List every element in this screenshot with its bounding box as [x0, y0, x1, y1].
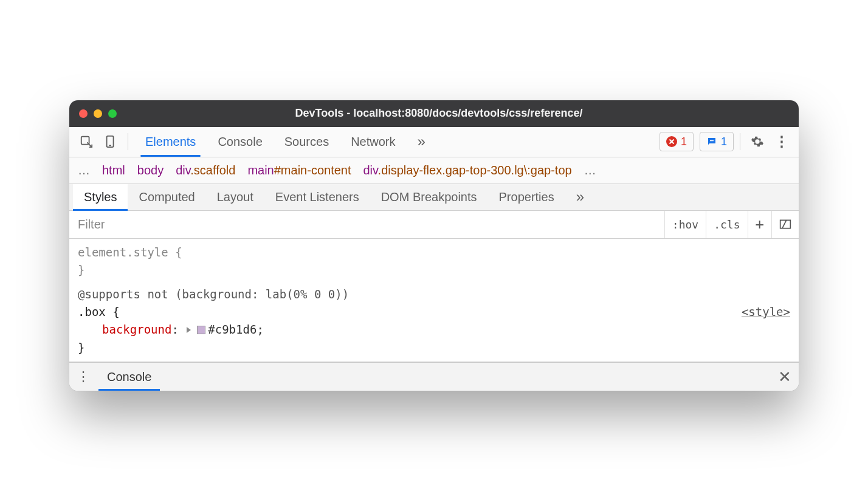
subtabs-overflow-icon[interactable]: »: [565, 184, 595, 210]
subtab-dom-breakpoints[interactable]: DOM Breakpoints: [370, 184, 488, 210]
main-toolbar: Elements Console Sources Network » 1 1 ⋮: [69, 127, 799, 157]
breadcrumb-item[interactable]: body: [137, 163, 164, 177]
issue-count: 1: [721, 136, 727, 148]
css-value[interactable]: #c9b1d6: [208, 323, 257, 336]
breadcrumb-item[interactable]: div.scaffold: [176, 163, 235, 177]
errors-badge[interactable]: 1: [660, 132, 694, 151]
window-title: DevTools - localhost:8080/docs/devtools/…: [117, 107, 789, 120]
at-rule: @supports not (background: lab(0% 0 0)): [78, 287, 349, 301]
new-style-rule-button[interactable]: +: [748, 211, 771, 238]
rule-close: }: [78, 263, 84, 276]
settings-gear-icon[interactable]: [746, 131, 768, 153]
rule-close: }: [78, 341, 84, 354]
device-toggle-icon[interactable]: [100, 131, 122, 153]
separator: [740, 133, 740, 150]
toggle-cls-button[interactable]: .cls: [706, 211, 747, 238]
tab-console[interactable]: Console: [207, 127, 273, 157]
issues-badge[interactable]: 1: [700, 132, 734, 151]
breadcrumb-item[interactable]: html: [102, 163, 125, 177]
drawer-tab-console[interactable]: Console: [98, 363, 160, 391]
subtab-properties[interactable]: Properties: [488, 184, 565, 210]
more-menu-icon[interactable]: ⋮: [771, 131, 793, 153]
error-count: 1: [681, 136, 687, 148]
css-selector[interactable]: .box {: [78, 303, 120, 321]
separator: [128, 133, 128, 150]
styles-filter-bar: :hov .cls +: [69, 211, 799, 239]
toggle-hov-button[interactable]: :hov: [664, 211, 706, 238]
inspect-icon[interactable]: [75, 131, 97, 153]
subtab-layout[interactable]: Layout: [206, 184, 264, 210]
breadcrumb-item[interactable]: main#main-content: [247, 163, 351, 177]
tab-sources[interactable]: Sources: [274, 127, 340, 157]
rendering-emulations-icon[interactable]: [771, 211, 799, 238]
tab-elements[interactable]: Elements: [134, 127, 207, 157]
zoom-window-button[interactable]: [108, 109, 117, 118]
close-drawer-icon[interactable]: ✕: [778, 368, 791, 386]
console-drawer: ⋮ Console ✕: [69, 362, 799, 391]
styles-filter-input[interactable]: [69, 211, 664, 238]
expand-triangle-icon[interactable]: [187, 327, 191, 333]
traffic-lights: [79, 109, 117, 118]
element-style-header: element.style {: [78, 246, 182, 259]
subtab-styles[interactable]: Styles: [73, 184, 128, 210]
breadcrumb-item[interactable]: div.display-flex.gap-top-300.lg\:gap-top: [363, 163, 572, 177]
close-window-button[interactable]: [79, 109, 88, 118]
css-property[interactable]: background: [102, 323, 171, 336]
elements-breadcrumb: … html body div.scaffold main#main-conte…: [69, 157, 799, 184]
styles-sidebar-tabs: Styles Computed Layout Event Listeners D…: [69, 184, 799, 211]
stylesheet-link[interactable]: <style>: [742, 303, 790, 321]
minimize-window-button[interactable]: [94, 109, 102, 118]
subtab-event-listeners[interactable]: Event Listeners: [264, 184, 370, 210]
subtab-computed[interactable]: Computed: [128, 184, 205, 210]
error-icon: [666, 136, 677, 147]
breadcrumb-overflow-right[interactable]: …: [584, 163, 596, 177]
tabs-overflow-icon[interactable]: »: [407, 127, 436, 157]
issue-icon: [706, 136, 717, 147]
svg-rect-3: [710, 140, 714, 142]
drawer-menu-icon[interactable]: ⋮: [77, 369, 90, 385]
breadcrumb-overflow-left[interactable]: …: [78, 163, 90, 177]
panel-tabs: Elements Console Sources Network »: [134, 127, 436, 157]
tab-network[interactable]: Network: [340, 127, 406, 157]
devtools-window: DevTools - localhost:8080/docs/devtools/…: [69, 100, 799, 391]
styles-pane[interactable]: element.style { } @supports not (backgro…: [69, 239, 799, 362]
color-swatch-icon[interactable]: [197, 326, 205, 334]
titlebar: DevTools - localhost:8080/docs/devtools/…: [69, 100, 799, 127]
